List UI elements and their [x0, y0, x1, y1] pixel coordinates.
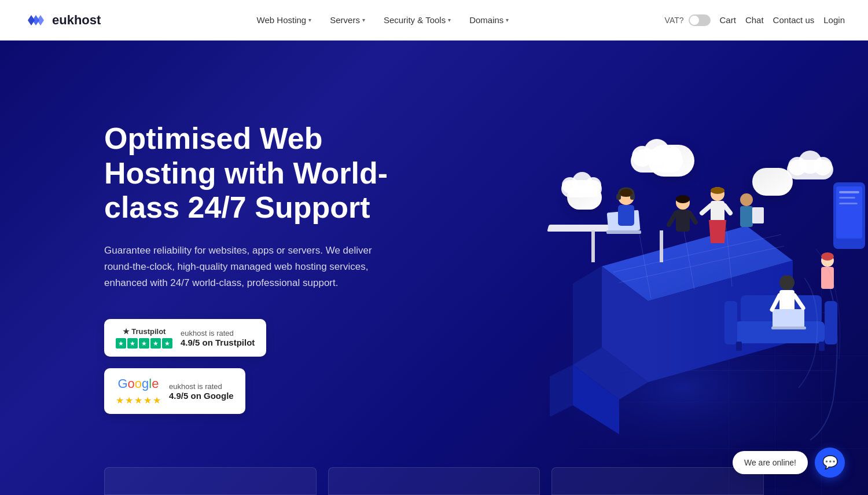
- nav-servers[interactable]: Servers ▾: [322, 10, 373, 30]
- cart-link[interactable]: Cart: [720, 15, 736, 25]
- vat-section: VAT?: [665, 14, 711, 26]
- chat-open-button[interactable]: 💬: [815, 448, 845, 478]
- chat-link[interactable]: Chat: [745, 15, 764, 25]
- bottom-card-2: [328, 467, 540, 495]
- google-rated-label: eukhost is rated: [169, 382, 234, 391]
- svg-point-59: [661, 146, 682, 167]
- navbar: eukhost Web Hosting ▾ Servers ▾ Security…: [0, 0, 868, 41]
- svg-point-35: [740, 193, 753, 206]
- google-text: eukhost is rated 4.9/5 on Google: [169, 382, 234, 401]
- contact-link[interactable]: Contact us: [773, 15, 815, 25]
- chevron-down-icon: ▾: [448, 17, 451, 23]
- svg-point-47: [779, 275, 795, 290]
- gstar-1: ★: [116, 395, 124, 406]
- logo-text: eukhost: [52, 13, 101, 28]
- gstar-3: ★: [134, 395, 142, 406]
- trustpilot-brand: ★ Trustpilot: [123, 327, 166, 336]
- svg-rect-16: [591, 230, 595, 262]
- hero-badges: ★ Trustpilot ★ ★ ★ ★ ★ eukhost is rated …: [104, 319, 393, 414]
- trustpilot-score: 4.9/5 on Trustpilot: [181, 338, 255, 347]
- chat-icon: 💬: [822, 455, 838, 470]
- logo-link[interactable]: eukhost: [23, 8, 101, 32]
- hero-title: Optimised Web Hosting with World-class 2…: [104, 122, 393, 225]
- trustpilot-badge[interactable]: ★ Trustpilot ★ ★ ★ ★ ★ eukhost is rated …: [104, 319, 266, 357]
- svg-rect-24: [630, 194, 635, 200]
- svg-rect-17: [660, 230, 663, 262]
- nav-security-tools[interactable]: Security & Tools ▾: [376, 10, 459, 30]
- google-score: 4.9/5 on Google: [169, 391, 234, 401]
- gstar-5: ★: [153, 395, 161, 406]
- bottom-card-1: [104, 467, 317, 495]
- svg-line-34: [724, 206, 730, 213]
- star-4: ★: [150, 338, 161, 349]
- hero-illustration: [486, 69, 868, 486]
- svg-rect-37: [752, 207, 764, 223]
- hero-section: Optimised Web Hosting with World-class 2…: [0, 41, 868, 495]
- nav-web-hosting[interactable]: Web Hosting ▾: [249, 10, 320, 30]
- svg-rect-71: [839, 197, 855, 199]
- chevron-down-icon: ▾: [506, 17, 509, 23]
- star-1: ★: [116, 338, 126, 349]
- svg-line-29: [690, 213, 696, 222]
- vat-toggle-switch[interactable]: [689, 14, 711, 26]
- eukhost-logo-icon: [23, 8, 47, 32]
- nav-domains[interactable]: Domains ▾: [461, 10, 517, 30]
- star-2: ★: [127, 338, 138, 349]
- svg-rect-70: [839, 191, 859, 193]
- svg-rect-45: [736, 342, 742, 351]
- trustpilot-text: eukhost is rated 4.9/5 on Trustpilot: [181, 329, 255, 347]
- google-wordmark: Google: [117, 376, 159, 391]
- chat-online-label: We are online!: [733, 451, 808, 474]
- gstar-2: ★: [125, 395, 133, 406]
- svg-rect-32: [711, 201, 724, 223]
- svg-line-33: [702, 206, 711, 213]
- svg-rect-72: [839, 203, 858, 204]
- svg-point-26: [676, 195, 690, 203]
- isometric-platform: [486, 69, 868, 486]
- svg-point-63: [585, 177, 601, 193]
- chevron-down-icon: ▾: [362, 17, 365, 23]
- google-logo: Google ★ ★ ★ ★ ★: [116, 376, 161, 406]
- svg-rect-43: [724, 301, 737, 344]
- svg-rect-19: [606, 230, 641, 234]
- svg-rect-22: [618, 205, 634, 226]
- login-link[interactable]: Login: [823, 15, 845, 25]
- main-nav: Web Hosting ▾ Servers ▾ Security & Tools…: [249, 10, 517, 30]
- svg-rect-69: [836, 186, 862, 239]
- svg-point-67: [814, 157, 832, 175]
- svg-rect-49: [773, 309, 804, 328]
- svg-rect-46: [819, 342, 825, 351]
- navbar-right: VAT? Cart Chat Contact us Login: [665, 14, 845, 26]
- google-badge[interactable]: Google ★ ★ ★ ★ ★ eukhost is rated 4.9/5 …: [104, 368, 245, 414]
- svg-point-31: [711, 187, 724, 194]
- hero-content: Optimised Web Hosting with World-class 2…: [0, 87, 417, 449]
- trustpilot-logo: ★ Trustpilot ★ ★ ★ ★ ★: [116, 327, 172, 349]
- vat-label: VAT?: [665, 16, 684, 25]
- google-stars: ★ ★ ★ ★ ★: [116, 395, 161, 406]
- svg-rect-36: [740, 206, 753, 227]
- hero-description: Guarantee reliability for websites, apps…: [104, 243, 393, 291]
- star-3: ★: [139, 338, 149, 349]
- trustpilot-stars: ★ ★ ★ ★ ★: [116, 338, 172, 349]
- svg-line-28: [669, 213, 676, 225]
- star-5: ★: [162, 338, 172, 349]
- svg-rect-44: [825, 301, 837, 344]
- chat-widget: We are online! 💬: [733, 448, 845, 478]
- trustpilot-rated-label: eukhost is rated: [181, 329, 255, 338]
- chevron-down-icon: ▾: [308, 17, 311, 23]
- gstar-4: ★: [144, 395, 152, 406]
- svg-rect-23: [616, 194, 621, 200]
- svg-rect-50: [771, 327, 806, 329]
